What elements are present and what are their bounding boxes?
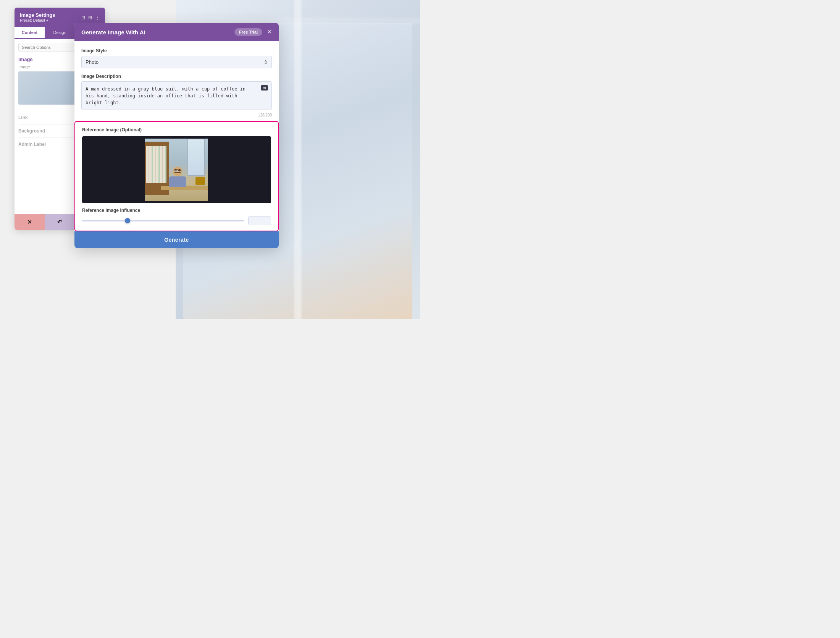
undo-button[interactable]: ↶ (45, 214, 75, 230)
modal-header: Generate Image With AI Free Trial ✕ (74, 23, 279, 41)
slider-row: 30% (82, 216, 271, 225)
image-description-textarea[interactable]: A man dressed in a gray blue suit, with … (81, 81, 272, 110)
image-style-wrapper: Photo Illustration Digital Art Watercolo… (81, 56, 272, 68)
more-icon[interactable]: ⋮ (95, 15, 100, 20)
modal-title: Generate Image With AI (81, 29, 145, 36)
image-style-select[interactable]: Photo Illustration Digital Art Watercolo… (81, 56, 272, 68)
photo-books (146, 146, 166, 183)
cancel-button[interactable]: ✕ (15, 214, 45, 230)
person-body (169, 176, 186, 187)
settings-header-icons: ⊡ ⊞ ⋮ (81, 15, 100, 20)
tab-design[interactable]: Design (45, 27, 75, 39)
person-glasses (174, 170, 181, 173)
generate-button[interactable]: Generate (74, 231, 279, 248)
photo-person (167, 167, 188, 187)
slider-section: 30% (75, 216, 278, 231)
modal-close-button[interactable]: ✕ (267, 29, 272, 35)
textarea-wrapper: A man dressed in a gray blue suit, with … (81, 81, 272, 111)
photo-window (187, 139, 205, 176)
settings-panel-title: Image Settings (20, 12, 55, 18)
reference-inner: Reference Image (Optional) (75, 122, 278, 213)
image-description-label: Image Description (81, 74, 272, 79)
reference-section: Reference Image (Optional) (74, 121, 279, 231)
modal-header-right: Free Trial ✕ (234, 28, 272, 36)
person-head (173, 167, 182, 176)
photo-laptop (195, 177, 205, 185)
influence-label: Reference Image Influence (82, 208, 271, 213)
columns-icon[interactable]: ⊞ (88, 15, 92, 20)
slider-track[interactable] (82, 220, 244, 221)
settings-panel-subtitle: Preset: Default ▾ (20, 18, 55, 23)
reference-photo (145, 139, 208, 201)
slider-fill (82, 220, 131, 221)
image-style-label: Image Style (81, 48, 272, 53)
reference-photo-container[interactable] (82, 136, 271, 203)
free-trial-badge[interactable]: Free Trial (234, 28, 262, 36)
slider-value-input[interactable]: 30% (248, 216, 271, 225)
ai-icon-badge: AI (261, 85, 268, 90)
settings-header-text: Image Settings Preset: Default ▾ (20, 12, 55, 23)
crop-icon[interactable]: ⊡ (81, 15, 85, 20)
tab-content[interactable]: Content (15, 27, 45, 39)
char-count: 128/200 (81, 113, 272, 117)
ai-modal: Generate Image With AI Free Trial ✕ Imag… (74, 23, 279, 248)
modal-body: Image Style Photo Illustration Digital A… (74, 41, 279, 117)
reference-image-label: Reference Image (Optional) (82, 127, 271, 132)
slider-thumb[interactable] (125, 218, 130, 223)
